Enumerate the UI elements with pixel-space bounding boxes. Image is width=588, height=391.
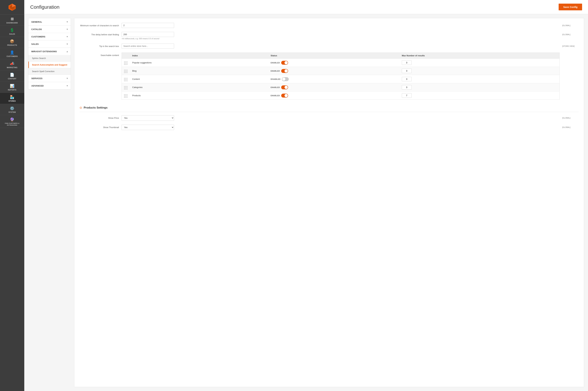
show-thumbnail-scope: [GLOBAL] [562,125,579,128]
page-title: Configuration [30,4,59,10]
max-results-input[interactable] [402,93,412,98]
index-cell: Blog [130,67,268,75]
logo[interactable] [0,0,24,15]
drag-handle-icon [124,61,128,65]
products-settings-title: Products Settings [84,106,107,109]
col-max: Max Number of results [399,53,560,59]
toggle-thumb [285,61,288,64]
reports-icon: 📊 [10,84,14,88]
chevron-up-icon: ▴ [67,50,68,53]
nav-section-sales-header[interactable]: SALES ▾ [28,40,71,48]
sidebar-item-extensions[interactable]: 🔮 FIND PARTNERS & EXTENSIONS [0,115,24,128]
config-panel: Minimum number of characters to search [… [74,18,584,387]
nav-section-general-header[interactable]: GENERAL ▾ [28,18,71,25]
nav-section-advanced-header[interactable]: ADVANCED ▾ [28,82,71,89]
table-row: Content DISABLED [122,75,560,83]
delay-input[interactable] [122,32,174,37]
save-config-button[interactable]: Save Config [559,3,582,10]
nav-section-advanced: ADVANCED ▾ [28,82,71,89]
drag-handle-icon [124,94,128,98]
nav-item-sphinx[interactable]: Sphinx Search [28,55,71,62]
sidebar-item-products[interactable]: 📦 PRODUCTS [0,37,24,48]
nav-section-catalog-header[interactable]: CATALOG ▾ [28,26,71,33]
customers-icon: 👤 [10,50,14,55]
sidebar-item-customers[interactable]: 👤 CUSTOMERS [0,48,24,59]
main-content: Configuration Save Config GENERAL ▾ CATA… [24,0,588,391]
delay-scope: [GLOBAL] [562,32,579,35]
show-price-scope: [GLOBAL] [562,115,579,119]
nav-section-mirasvit-items: Sphinx Search Search Autocomplete and Su… [28,55,71,75]
show-price-select[interactable]: Yes [122,115,174,121]
drag-handle-cell [122,67,130,75]
show-price-control: Yes [122,115,560,121]
min-chars-control [122,23,560,28]
index-cell: Content [130,75,268,83]
max-results-input[interactable] [402,85,412,90]
max-results-input[interactable] [402,69,412,73]
products-settings-header[interactable]: ⊙ Products Settings [79,104,579,112]
chevron-down-icon: ▾ [67,84,68,87]
index-cell: Categories [130,83,268,92]
sidebar-item-system[interactable]: ⚙️ SYSTEM [0,104,24,115]
col-drag [122,53,130,59]
tip-scope: [STORE VIEW] [562,44,579,47]
min-chars-row: Minimum number of characters to search [… [79,23,579,28]
sidebar-item-dashboard[interactable]: ⊞ DASHBOARD [0,15,24,26]
content-icon: 📄 [10,73,14,77]
table-row: Products ENABLED [122,92,560,100]
content-area: GENERAL ▾ CATALOG ▾ CUSTOMERS ▾ [24,14,588,391]
nav-section-services-header[interactable]: SERVICES ▾ [28,75,71,82]
status-toggle[interactable] [281,61,288,65]
nav-section-customers-header[interactable]: CUSTOMERS ▾ [28,33,71,40]
tip-input[interactable] [122,44,174,49]
table-row: Blog ENABLED [122,67,560,75]
max-results-input[interactable] [402,77,412,81]
chevron-down-icon: ▾ [67,28,68,30]
sidebar-item-sales[interactable]: 💲 SALES [0,26,24,37]
max-results-cell [399,75,560,83]
status-label: ENABLED [271,95,280,97]
sidebar-item-stores[interactable]: 🏪 STORES [0,93,24,104]
show-thumbnail-label: Show Thumbnail [79,125,119,129]
table-row: Popular suggestions ENABLED [122,59,560,67]
max-results-cell [399,67,560,75]
show-thumbnail-control: Yes [122,125,560,130]
chevron-down-icon: ▾ [67,20,68,23]
status-toggle[interactable] [281,94,288,98]
index-cell: Products [130,92,268,100]
max-results-input[interactable] [402,60,412,65]
table-row: Categories ENABLED [122,83,560,92]
show-thumbnail-select[interactable]: Yes [122,125,174,130]
status-toggle[interactable] [281,85,288,89]
nav-section-sales: SALES ▾ [28,40,71,48]
chevron-down-icon: ▾ [67,77,68,80]
delay-label: The delay before start finding [79,32,119,36]
min-chars-input[interactable] [122,23,174,28]
tip-row: Tip in the search box [STORE VIEW] [79,44,579,49]
status-label: DISABLED [271,78,280,80]
max-results-cell [399,92,560,100]
toggle-thumb [285,69,288,73]
searchable-content-row: Searchable content Index Status Max Numb… [79,53,579,100]
sidebar-item-marketing[interactable]: 📣 MARKETING [0,59,24,71]
sidebar-item-content[interactable]: 📄 CONTENT [0,71,24,82]
nav-section-general: GENERAL ▾ [28,18,71,26]
nav-section-mirasvit-header[interactable]: MIRASVIT EXTENSIONS ▴ [28,48,71,55]
searchable-label: Searchable content [79,53,119,57]
nav-section-services: SERVICES ▾ [28,75,71,82]
stores-icon: 🏪 [10,95,14,99]
drag-handle-icon [124,70,128,73]
status-toggle[interactable] [282,77,289,81]
max-results-cell [399,83,560,92]
marketing-icon: 📣 [10,62,14,66]
collapse-icon: ⊙ [79,106,82,109]
status-cell: ENABLED [268,83,399,92]
drag-handle-cell [122,92,130,100]
nav-item-spell[interactable]: Search Spell Correction [28,68,71,75]
status-toggle[interactable] [281,69,288,73]
nav-item-autocomplete[interactable]: Search Autocomplete and Suggest [28,62,71,68]
products-icon: 📦 [10,39,14,44]
min-chars-label: Minimum number of characters to search [79,23,119,27]
max-results-cell [399,59,560,67]
sidebar-item-reports[interactable]: 📊 REPORTS [0,82,24,93]
